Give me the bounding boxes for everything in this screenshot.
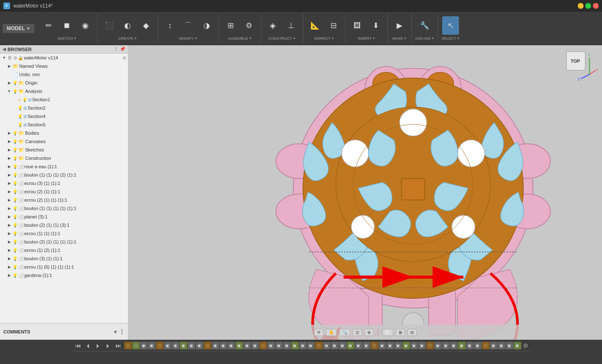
insert-decal-button[interactable]: ⬇ — [367, 16, 384, 35]
tree-item-boulon2[interactable]: ▶ 💡 ⬜ boulon (1) (1) (1) (1) (1):1 — [0, 204, 128, 213]
orbit-button[interactable]: ⟳ — [314, 329, 323, 336]
multi-view-button[interactable]: ⊟ — [407, 329, 417, 336]
tree-item-section2[interactable]: 💡 ⊟ Section2 — [0, 104, 128, 112]
timeline-icon-20[interactable]: ▣ — [275, 342, 283, 349]
comments-options-button[interactable]: ⋮ — [119, 328, 125, 335]
construct-group-label[interactable]: CONSTRUCT ▼ — [269, 36, 296, 41]
zoom-button[interactable]: 🔍 — [339, 329, 350, 336]
tree-item-analysis[interactable]: ▼ 💡 📁 Analysis — [0, 87, 128, 95]
tree-item-section1[interactable]: ⚠ 💡 ⊟ Section1 — [0, 95, 128, 104]
construct-plane-button[interactable]: ◈ — [264, 16, 281, 35]
timeline-icon-38[interactable]: ▣ — [418, 342, 426, 349]
timeline-icon-18[interactable]: ⬡ — [259, 342, 267, 349]
assemble-joint-button[interactable]: ⚙ — [241, 16, 257, 35]
inspect-measure-button[interactable]: 📐 — [307, 16, 323, 35]
tree-item-section5[interactable]: 💡 ⊟ Section5 — [0, 120, 128, 129]
sketch-stop-button[interactable]: ⏹ — [59, 16, 75, 35]
tree-item-planet3[interactable]: ▶ 💡 ⬜ planet (3):1 — [0, 213, 128, 221]
view-cube[interactable]: X Y Z TOP — [564, 49, 598, 83]
modify-fillet-button[interactable]: ⌒ — [180, 16, 197, 35]
tree-item-ecrou2a[interactable]: ▶ 💡 ⬜ ecrou (2) (1) (1):1 — [0, 187, 128, 196]
timeline-icon-32[interactable]: ⬡ — [371, 342, 378, 349]
timeline-icon-44[interactable]: ▣ — [466, 342, 474, 349]
timeline-icon-4[interactable]: ▣ — [148, 342, 156, 349]
model-dropdown[interactable]: MODEL ▼ — [3, 24, 34, 33]
tree-item-boulon4[interactable]: ▶ 💡 ⬜ boulon (2) (1) (1) (1) (1):1 — [0, 238, 128, 246]
sketch-3d-button[interactable]: ◉ — [77, 16, 94, 35]
timeline-icon-2[interactable]: ⬡ — [132, 342, 140, 349]
tree-item-sketches[interactable]: ▶ 💡 📁 Sketches — [0, 146, 128, 154]
fit-button[interactable]: ⊡ — [353, 329, 362, 336]
tree-item-units[interactable]: 📄 Units: mm — [0, 70, 128, 79]
tree-item-ecrou2b[interactable]: ▶ 💡 ⬜ ecrou (2) (1) (1) (1):1 — [0, 196, 128, 204]
construct-axis-button[interactable]: ⊥ — [283, 16, 300, 35]
tree-item-named-views[interactable]: ▶ 📁 Named Views — [0, 62, 128, 70]
timeline-icon-10[interactable]: ▣ — [196, 342, 203, 349]
modify-shell-button[interactable]: ◑ — [198, 16, 215, 35]
assemble-new-button[interactable]: ⊞ — [222, 16, 239, 35]
timeline-icon-1[interactable]: ⬡ — [124, 342, 132, 349]
tree-item-ecrou3[interactable]: ▶ 💡 ⬜ ecrou (3) (1) (1):1 — [0, 179, 128, 187]
create-extrude-button[interactable]: ⬛ — [101, 16, 118, 35]
timeline-icon-7[interactable]: ▣ — [172, 342, 179, 349]
tree-item-section4[interactable]: 💡 ⊟ Section4 — [0, 112, 128, 120]
timeline-icon-40[interactable]: ▣ — [434, 342, 442, 349]
timeline-icon-37[interactable]: ▣ — [410, 342, 418, 349]
close-button[interactable]: × — [593, 3, 599, 9]
create-revolve-button[interactable]: ◐ — [119, 16, 136, 35]
tree-item-origin[interactable]: ▶ 💡 📁 Origin — [0, 79, 128, 87]
timeline-goto-start-button[interactable]: ⏮ — [74, 342, 82, 349]
timeline-icon-24[interactable]: ▣ — [307, 342, 315, 349]
timeline-icon-45[interactable]: ▣ — [474, 342, 482, 349]
tree-item-ecrou1a[interactable]: ▶ 💡 ⬜ ecrou (1) (1) (1):1 — [0, 229, 128, 238]
display-mode-button[interactable]: ⬜ — [382, 329, 393, 336]
tree-item-ecrou1b[interactable]: ▶ 💡 ⬜ ecrou (1) (2) (1):1 — [0, 246, 128, 254]
timeline-icon-47[interactable]: ▣ — [490, 342, 497, 349]
timeline-icon-25[interactable]: ⬡ — [315, 342, 323, 349]
timeline-icon-26[interactable]: ▣ — [323, 342, 330, 349]
sketch-group-label[interactable]: SKETCH ▼ — [58, 36, 77, 41]
timeline-icon-13[interactable]: ▣ — [220, 342, 227, 349]
timeline-icon-31[interactable]: ▣ — [363, 342, 370, 349]
pan-button[interactable]: ✋ — [326, 329, 337, 336]
timeline-settings-icon[interactable]: ⚙ — [523, 342, 528, 349]
maximize-button[interactable]: □ — [585, 3, 591, 9]
browser-pin-button[interactable]: 📌 — [120, 46, 126, 52]
timeline-icon-14[interactable]: ▣ — [228, 342, 235, 349]
timeline-icon-34[interactable]: ▣ — [387, 342, 394, 349]
sketch-create-button[interactable]: ✏ — [40, 16, 57, 35]
timeline-goto-end-button[interactable]: ⏭ — [114, 342, 123, 349]
timeline-icon-35[interactable]: ▣ — [395, 342, 402, 349]
grid-button[interactable]: ⊞ — [396, 329, 405, 336]
timeline-icon-49[interactable]: ▣ — [506, 342, 513, 349]
assemble-group-label[interactable]: ASSEMBLE ▼ — [228, 36, 252, 41]
timeline-step-back-button[interactable]: ⏴ — [84, 342, 92, 349]
tree-root[interactable]: ▼ 🗎 ⚙ 🔒 waterMotor v114 ⚙ — [0, 54, 128, 62]
timeline-icon-16[interactable]: ▣ — [243, 342, 251, 349]
tree-item-bodies[interactable]: ▶ 💡 📁 Bodies — [0, 129, 128, 137]
minimize-button[interactable]: − — [578, 3, 584, 9]
select-button[interactable]: ↖ — [442, 16, 459, 35]
timeline-icon-33[interactable]: ▣ — [379, 342, 386, 349]
timeline-icon-6[interactable]: ▣ — [164, 342, 172, 349]
create-loft-button[interactable]: ◆ — [138, 16, 154, 35]
insert-canvas-button[interactable]: 🖼 — [349, 16, 366, 35]
make-3d-print-button[interactable]: ▶ — [391, 16, 408, 35]
viewport[interactable]: X Y Z TOP ⟳ ✋ 🔍 ⊡ ⊕ ⬜ ⊞ — [128, 45, 602, 340]
timeline-icon-12[interactable]: ▣ — [212, 342, 219, 349]
timeline-icon-27[interactable]: ▣ — [331, 342, 338, 349]
timeline-icon-19[interactable]: ▣ — [267, 342, 275, 349]
timeline-icon-39[interactable]: ⬡ — [426, 342, 434, 349]
tree-item-ecrou1c[interactable]: ▶ 💡 ⬜ ecrou (1) (6) (1) (1) (1):1 — [0, 263, 128, 271]
timeline-play-button[interactable]: ⏵ — [94, 342, 102, 349]
browser-options-button[interactable]: ⋮ — [113, 46, 118, 52]
timeline-icon-29[interactable]: ▣ — [347, 342, 354, 349]
create-group-label[interactable]: CREATE ▼ — [118, 36, 137, 41]
timeline-icon-28[interactable]: ▣ — [339, 342, 346, 349]
add-ins-button[interactable]: 🔧 — [416, 16, 433, 35]
tree-item-canvases[interactable]: ▶ 💡 📁 Canvases — [0, 137, 128, 146]
timeline-icon-36[interactable]: ▣ — [402, 342, 410, 349]
modify-press-button[interactable]: ↕ — [161, 16, 178, 35]
timeline-icon-9[interactable]: ▣ — [188, 342, 195, 349]
timeline-icon-23[interactable]: ▣ — [299, 342, 307, 349]
